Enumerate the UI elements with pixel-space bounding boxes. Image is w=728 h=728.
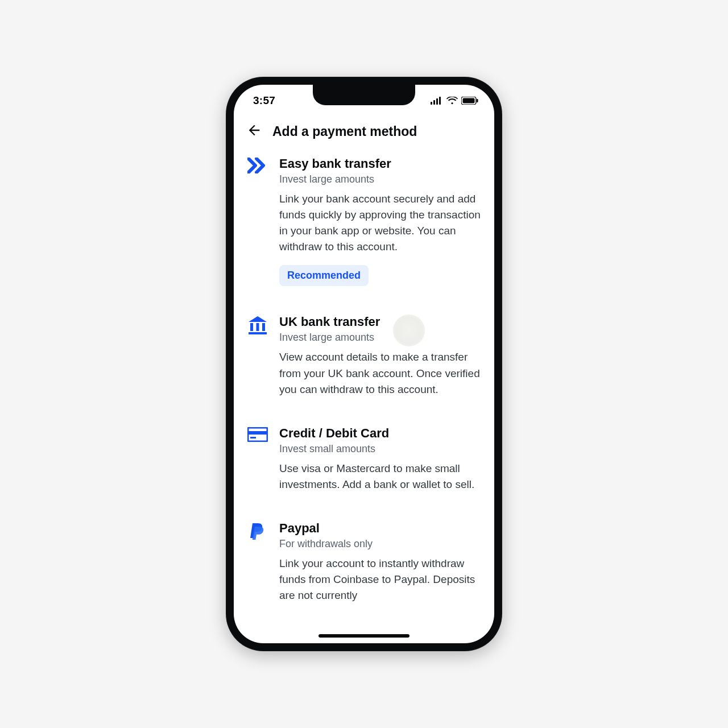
status-time: 3:57: [253, 94, 275, 107]
payment-method-list: Easy bank transfer Invest large amounts …: [234, 151, 494, 638]
phone-frame: 3:57: [226, 77, 502, 651]
item-subtitle: Invest small amounts: [279, 443, 482, 455]
battery-icon: [461, 97, 478, 105]
status-right: [431, 97, 478, 105]
notch: [313, 85, 415, 105]
svg-rect-13: [248, 431, 267, 435]
item-description: Link your account to instantly withdraw …: [279, 556, 482, 603]
cellular-icon: [431, 97, 443, 105]
double-chevron-icon: [247, 158, 268, 176]
item-title: UK bank transfer: [279, 315, 482, 329]
screen: 3:57: [234, 85, 494, 643]
svg-rect-2: [436, 98, 438, 105]
item-title: Credit / Debit Card: [279, 426, 482, 441]
svg-rect-0: [431, 102, 432, 105]
svg-rect-14: [250, 437, 256, 439]
svg-marker-7: [249, 316, 267, 322]
touch-indicator: [393, 315, 425, 346]
wifi-icon: [446, 97, 458, 105]
svg-rect-8: [250, 323, 253, 331]
item-subtitle: Invest large amounts: [279, 332, 482, 344]
header: Add a payment method: [234, 117, 494, 151]
svg-rect-10: [262, 323, 265, 331]
card-icon: [247, 427, 268, 444]
item-title: Paypal: [279, 521, 482, 536]
bank-icon: [248, 316, 267, 337]
item-title: Easy bank transfer: [279, 156, 482, 171]
home-indicator: [318, 634, 410, 638]
item-subtitle: Invest large amounts: [279, 173, 482, 185]
recommended-badge: Recommended: [279, 265, 369, 286]
item-description: View account details to make a transfer …: [279, 349, 482, 397]
svg-rect-11: [249, 332, 267, 334]
item-description: Link your bank account securely and add …: [279, 191, 482, 255]
item-subtitle: For withdrawals only: [279, 538, 482, 550]
svg-rect-5: [463, 98, 475, 104]
item-uk-bank-transfer[interactable]: UK bank transfer Invest large amounts Vi…: [246, 302, 482, 413]
page-title: Add a payment method: [272, 124, 417, 139]
item-credit-debit-card[interactable]: Credit / Debit Card Invest small amounts…: [246, 413, 482, 508]
svg-rect-1: [433, 100, 435, 105]
back-button[interactable]: [246, 122, 262, 140]
svg-rect-3: [439, 97, 441, 105]
item-description: Use visa or Mastercard to make small inv…: [279, 461, 482, 493]
item-paypal[interactable]: Paypal For withdrawals only Link your ac…: [246, 508, 482, 638]
item-easy-bank-transfer[interactable]: Easy bank transfer Invest large amounts …: [246, 151, 482, 302]
paypal-icon: [249, 522, 266, 544]
svg-rect-6: [477, 99, 478, 102]
svg-rect-9: [257, 323, 259, 331]
